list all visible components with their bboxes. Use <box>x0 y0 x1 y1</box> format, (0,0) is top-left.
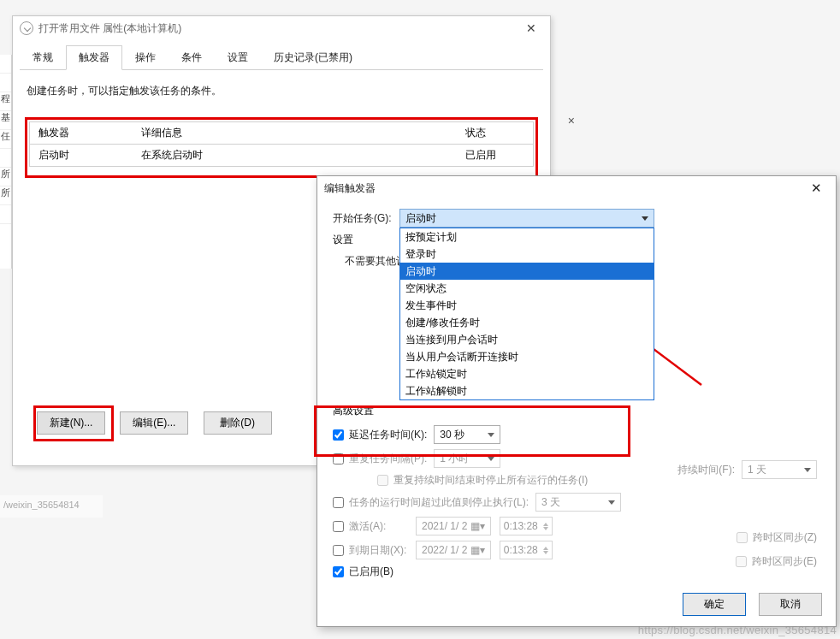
expire-label: 到期日期(X): <box>349 543 409 558</box>
close-icon[interactable]: ✕ <box>519 20 543 37</box>
tab-description: 创建任务时，可以指定触发该任务的条件。 <box>27 84 538 98</box>
col-detail[interactable]: 详细信息 <box>133 122 457 145</box>
dropdown-item[interactable]: 当连接到用户会话时 <box>400 331 654 348</box>
stop-value: 3 天 <box>541 495 560 510</box>
tab-history[interactable]: 历史记录(已禁用) <box>261 45 365 70</box>
tabstrip: 常规 触发器 操作 条件 设置 历史记录(已禁用) <box>20 45 543 70</box>
titlebar: 打开常用文件 属性(本地计算机) ✕ <box>13 16 550 40</box>
browser-omnibox-fragment: /weixin_35654814 <box>0 495 103 518</box>
delay-value: 30 秒 <box>440 428 464 442</box>
dropdown-item[interactable]: 空闲状态 <box>400 280 654 297</box>
dropdown-item[interactable]: 发生事件时 <box>400 297 654 314</box>
repeat-value: 1 小时 <box>440 452 469 466</box>
stop-row: 任务的运行时间超过此值则停止执行(L): 3 天 <box>333 493 820 512</box>
dropdown-item[interactable]: 启动时 <box>400 263 654 280</box>
expire-date: 2022/ 1/ 2 ▦▾ <box>416 541 491 559</box>
background-window-close-icon[interactable]: × <box>568 114 575 127</box>
duration-label: 持续时间(F): <box>677 463 735 477</box>
advanced-settings-label: 高级设置 <box>333 404 820 418</box>
repeat-checkbox[interactable] <box>333 453 344 464</box>
activate-checkbox[interactable] <box>333 521 344 532</box>
expire-tz-checkbox <box>736 556 747 567</box>
col-status[interactable]: 状态 <box>457 122 534 145</box>
tab-actions[interactable]: 操作 <box>122 45 169 70</box>
chevron-down-icon <box>804 468 811 472</box>
chevron-down-icon <box>488 457 494 461</box>
ok-button[interactable]: 确定 <box>683 593 746 616</box>
chevron-down-icon <box>608 500 615 505</box>
left-column-sliver: 程基 任 所所 <box>0 55 12 269</box>
enabled-checkbox[interactable] <box>333 566 344 577</box>
button-row: 新建(N)... 编辑(E)... 删除(D) <box>37 411 284 435</box>
activate-tz-label: 跨时区同步(Z) <box>753 530 817 545</box>
begin-task-value: 启动时 <box>405 211 436 226</box>
clock-icon <box>20 21 33 35</box>
dropdown-item[interactable]: 当从用户会话断开连接时 <box>400 348 654 365</box>
tab-settings[interactable]: 设置 <box>215 45 261 70</box>
duration-value: 1 天 <box>748 463 766 477</box>
trigger-table[interactable]: 触发器 详细信息 状态 启动时 在系统启动时 已启用 <box>29 121 534 167</box>
activate-row: 激活(A): 2021/ 1/ 2 ▦▾ 0:13:28 跨时区同步(Z) <box>333 517 820 535</box>
repeat-row: 重复任务间隔(P): 1 小时 持续时间(F): 1 天 <box>333 449 820 468</box>
window-title: 打开常用文件 属性(本地计算机) <box>38 21 181 36</box>
row-detail: 在系统启动时 <box>133 145 457 167</box>
col-trigger[interactable]: 触发器 <box>30 122 133 145</box>
table-row[interactable]: 启动时 在系统启动时 已启用 <box>30 145 534 167</box>
chevron-down-icon <box>642 216 648 221</box>
delay-checkbox[interactable] <box>333 429 344 441</box>
activate-label: 激活(A): <box>349 519 409 534</box>
tab-general[interactable]: 常规 <box>20 45 66 70</box>
dropdown-item[interactable]: 工作站锁定时 <box>400 365 654 382</box>
cancel-button[interactable]: 取消 <box>759 593 822 616</box>
dialog-titlebar: 编辑触发器 ✕ <box>317 176 836 200</box>
dropdown-item[interactable]: 创建/修改任务时 <box>400 314 654 331</box>
close-icon[interactable]: ✕ <box>804 179 829 198</box>
watermark: https://blog.csdn.net/weixin_35654814 <box>638 624 837 636</box>
expire-time: 0:13:28 <box>500 541 553 559</box>
dropdown-item[interactable]: 工作站解锁时 <box>400 382 654 399</box>
begin-task-label: 开始任务(G): <box>333 209 399 226</box>
tab-conditions[interactable]: 条件 <box>169 45 215 70</box>
repeat-stop-all-label: 重复持续时间结束时停止所有运行的任务(I) <box>393 473 588 488</box>
edit-trigger-dialog: 编辑触发器 ✕ 开始任务(G): 启动时 按预定计划 登录时 启动时 空闲状态 … <box>316 175 837 627</box>
begin-task-select[interactable]: 启动时 <box>399 209 654 228</box>
dropdown-item[interactable]: 登录时 <box>400 246 654 263</box>
activate-tz-checkbox <box>736 532 748 543</box>
row-status: 已启用 <box>457 145 534 167</box>
activate-date: 2021/ 1/ 2 ▦▾ <box>416 517 491 535</box>
stop-select: 3 天 <box>535 493 621 512</box>
dialog-title: 编辑触发器 <box>324 181 376 196</box>
enabled-label: 已启用(B) <box>349 565 393 579</box>
activate-time: 0:13:28 <box>500 517 553 535</box>
expire-tz-label: 跨时区同步(E) <box>752 554 817 569</box>
delay-label: 延迟任务时间(K): <box>349 428 427 442</box>
begin-task-dropdown[interactable]: 按预定计划 登录时 启动时 空闲状态 发生事件时 创建/修改任务时 当连接到用户… <box>399 228 654 400</box>
duration-select: 1 天 <box>742 460 817 479</box>
row-trigger: 启动时 <box>30 145 133 167</box>
new-button[interactable]: 新建(N)... <box>37 411 105 435</box>
stop-checkbox[interactable] <box>333 497 344 508</box>
trigger-table-highlight: 触发器 详细信息 状态 启动时 在系统启动时 已启用 <box>25 117 538 178</box>
delete-button[interactable]: 删除(D) <box>204 411 272 435</box>
edit-button[interactable]: 编辑(E)... <box>120 411 188 435</box>
tab-content: 创建任务时，可以指定触发该任务的条件。 触发器 详细信息 状态 启动时 在系统启… <box>13 70 550 186</box>
repeat-label: 重复任务间隔(P): <box>349 452 427 466</box>
repeat-stop-all-checkbox <box>377 475 388 486</box>
delay-select[interactable]: 30 秒 <box>434 425 500 444</box>
stop-label: 任务的运行时间超过此值则停止执行(L): <box>349 495 529 510</box>
tab-triggers[interactable]: 触发器 <box>66 45 122 70</box>
dialog-button-row: 确定 取消 <box>672 593 822 616</box>
delay-row: 延迟任务时间(K): 30 秒 <box>333 425 820 444</box>
chevron-down-icon <box>488 433 494 437</box>
expire-checkbox[interactable] <box>333 545 344 556</box>
dropdown-item[interactable]: 按预定计划 <box>400 228 654 246</box>
repeat-select: 1 小时 <box>434 449 500 468</box>
